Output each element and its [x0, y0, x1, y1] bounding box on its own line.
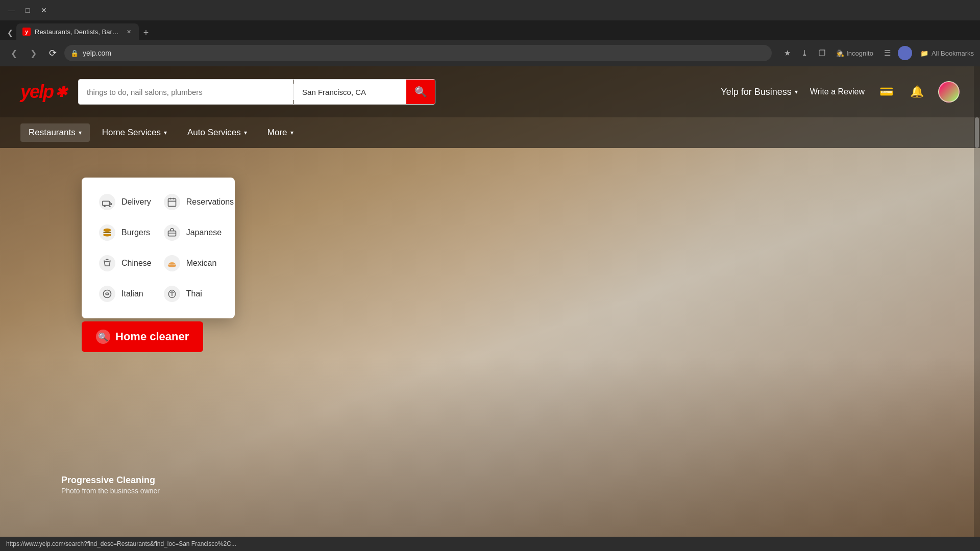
photo-credit-sub: Photo from the business owner — [61, 487, 160, 495]
status-bar: https://www.yelp.com/search?find_desc=Re… — [0, 537, 980, 551]
dropdown-item-mexican[interactable]: Mexican — [159, 249, 239, 278]
reservations-label: Reservations — [186, 197, 234, 207]
reload-button[interactable]: ⟳ — [45, 45, 60, 61]
mexican-label: Mexican — [186, 259, 217, 268]
dropdown-item-japanese[interactable]: Japanese — [159, 218, 239, 247]
download-button[interactable]: ⤓ — [797, 46, 812, 60]
nav-label-auto-services: Auto Services — [187, 128, 241, 138]
nav-bar: ❮ ❯ ⟳ 🔒 yelp.com ★ ⤓ ❐ 🕵 Incognito ☰ 📁 A… — [0, 40, 980, 66]
tab-close-button[interactable]: ✕ — [125, 28, 133, 36]
extensions-button[interactable]: ☰ — [880, 46, 895, 60]
burgers-label: Burgers — [121, 228, 150, 237]
incognito-badge[interactable]: 🕵 Incognito — [832, 48, 877, 58]
back-button[interactable]: ❮ — [6, 45, 21, 61]
bg-bottom-overlay — [0, 357, 980, 551]
nav-item-restaurants[interactable]: Restaurants ▾ — [20, 123, 90, 142]
bookmarks-folder-icon[interactable]: 📁 — [920, 49, 928, 57]
nav-item-home-services[interactable]: Home Services ▾ — [94, 123, 175, 142]
tab-title: Restaurants, Dentists, Bars, Bea... — [35, 28, 120, 36]
window-controls: ― □ ✕ — [4, 3, 51, 17]
italian-label: Italian — [121, 289, 143, 298]
nav-actions: ★ ⤓ ❐ 🕵 Incognito ☰ — [780, 46, 912, 60]
chinese-label: Chinese — [121, 259, 152, 268]
write-review-label: Write a Review — [810, 87, 865, 96]
nav-label-more: More — [267, 128, 287, 138]
dropdown-item-chinese[interactable]: Chinese — [94, 249, 157, 278]
status-url: https://www.yelp.com/search?find_desc=Re… — [6, 540, 236, 547]
yelp-logo-star: ✱ — [55, 84, 66, 101]
nav-chevron-auto-services: ▾ — [244, 129, 247, 136]
dropdown-item-italian[interactable]: Italian — [94, 280, 157, 308]
write-review-button[interactable]: Write a Review — [810, 87, 865, 96]
bookmark-star-button[interactable]: ★ — [780, 46, 794, 60]
tab-favicon: y — [22, 28, 31, 36]
active-tab[interactable]: y Restaurants, Dentists, Bars, Bea... ✕ — [16, 23, 139, 40]
title-bar: ― □ ✕ — [0, 0, 980, 20]
nav-chevron-restaurants: ▾ — [79, 129, 82, 136]
forward-button[interactable]: ❯ — [26, 45, 41, 61]
svg-point-2 — [109, 206, 110, 207]
transactions-icon: 💳 — [879, 85, 893, 98]
maximize-button[interactable]: □ — [20, 3, 35, 17]
incognito-label: Incognito — [846, 49, 873, 57]
yelp-for-business-chevron: ▾ — [795, 88, 798, 95]
header-nav: Yelp for Business ▾ Write a Review 💳 🔔 — [721, 81, 960, 103]
close-button[interactable]: ✕ — [37, 3, 51, 17]
incognito-icon: 🕵 — [836, 49, 844, 57]
photo-credit: Progressive Cleaning Photo from the busi… — [61, 475, 160, 495]
thai-label: Thai — [186, 289, 202, 298]
dropdown-item-reservations[interactable]: Reservations — [159, 188, 239, 216]
bell-icon: 🔔 — [910, 85, 924, 98]
search-icon: 🔍 — [414, 86, 427, 98]
profile-button[interactable] — [898, 46, 912, 60]
url-text: yelp.com — [83, 49, 111, 57]
svg-point-1 — [104, 206, 105, 207]
dropdown-item-burgers[interactable]: Burgers — [94, 218, 157, 247]
dropdown-item-delivery[interactable]: Delivery — [94, 188, 157, 216]
photo-credit-name: Progressive Cleaning — [61, 475, 160, 486]
search-where-input[interactable] — [294, 80, 406, 104]
search-what-input[interactable] — [79, 80, 293, 104]
search-circle-icon: 🔍 — [96, 330, 110, 344]
svg-rect-5 — [104, 232, 111, 233]
home-cleaner-button[interactable]: 🔍 Home cleaner — [82, 321, 203, 352]
notifications-icon-button[interactable]: 🔔 — [908, 83, 926, 101]
transactions-icon-button[interactable]: 💳 — [877, 83, 895, 101]
svg-point-4 — [104, 229, 111, 232]
new-tab-button[interactable]: + — [139, 26, 153, 40]
category-nav: Restaurants ▾ Home Services ▾ Auto Servi… — [0, 117, 980, 148]
user-avatar-button[interactable] — [938, 81, 960, 103]
yelp-for-business-label: Yelp for Business — [721, 87, 791, 97]
yelp-logo[interactable]: yelp ✱ — [20, 81, 66, 103]
bookmark-bar: 📁 All Bookmarks — [920, 49, 974, 57]
nav-chevron-home-services: ▾ — [164, 129, 167, 136]
nav-label-home-services: Home Services — [102, 128, 161, 138]
yelp-for-business-button[interactable]: Yelp for Business ▾ — [721, 87, 797, 97]
nav-chevron-more: ▾ — [290, 129, 293, 136]
scroll-indicator[interactable] — [974, 66, 980, 551]
burgers-icon — [99, 224, 115, 241]
yelp-header: yelp ✱ 🔍 Yelp for Business ▾ Write a Rev… — [0, 66, 980, 117]
svg-point-7 — [104, 234, 111, 237]
scroll-thumb — [975, 117, 979, 148]
nav-label-restaurants: Restaurants — [29, 128, 76, 138]
tab-back-button[interactable]: ❮ — [4, 26, 16, 40]
svg-rect-3 — [168, 198, 176, 206]
browser-chrome: ― □ ✕ ❮ y Restaurants, Dentists, Bars, B… — [0, 0, 980, 66]
nav-item-more[interactable]: More ▾ — [259, 123, 302, 142]
restaurants-dropdown: Delivery Reservations Burgers Japanese — [82, 178, 235, 318]
nav-item-auto-services[interactable]: Auto Services ▾ — [179, 123, 255, 142]
address-bar[interactable]: 🔒 yelp.com — [64, 45, 772, 61]
minimize-button[interactable]: ― — [4, 3, 18, 17]
chinese-icon — [99, 255, 115, 271]
search-submit-button[interactable]: 🔍 — [406, 80, 435, 104]
dropdown-item-thai[interactable]: Thai — [159, 280, 239, 308]
tab-view-button[interactable]: ❐ — [815, 46, 829, 60]
delivery-icon — [99, 194, 115, 210]
page-content: yelp ✱ 🔍 Yelp for Business ▾ Write a Rev… — [0, 66, 980, 551]
home-cleaner-label: Home cleaner — [115, 330, 189, 343]
yelp-logo-text: yelp — [20, 81, 53, 103]
svg-rect-0 — [103, 201, 109, 205]
all-bookmarks-label[interactable]: All Bookmarks — [932, 49, 974, 57]
mexican-icon — [164, 255, 180, 271]
